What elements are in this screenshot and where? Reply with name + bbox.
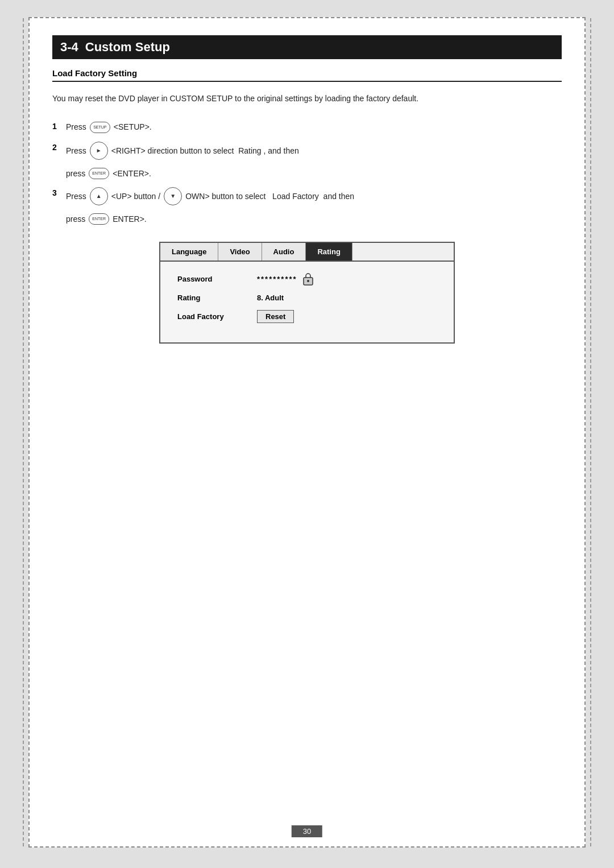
ui-screenshot: Language Video Audio Rating Password ***… (159, 242, 455, 344)
reset-box[interactable]: Reset (257, 310, 294, 323)
step-3-enter-text: ENTER>. (113, 214, 147, 224)
step-1-number: 1 (52, 121, 66, 131)
step-3: 3 Press ▲ <UP> button / ▼ OWN> button to… (52, 187, 562, 205)
intro-text: You may reset the DVD player in CUSTOM S… (52, 92, 562, 105)
step-2-enter-text: <ENTER>. (113, 169, 151, 178)
step-3-up-text: <UP> button / (111, 190, 160, 202)
tab-video[interactable]: Video (218, 243, 262, 261)
step-2-text: <RIGHT> direction button to select Ratin… (111, 144, 299, 157)
load-factory-value: Reset (257, 310, 294, 323)
step-2-indent: press ENTER <ENTER>. (66, 168, 562, 179)
load-factory-label: Load Factory (177, 312, 257, 321)
step-1-content: Press SETUP <SETUP>. (66, 121, 152, 133)
step-2-number: 2 (52, 142, 66, 152)
tab-audio[interactable]: Audio (262, 243, 306, 261)
steps-container: 1 Press SETUP <SETUP>. 2 Press ► <RIGHT>… (52, 121, 562, 224)
right-arrow-icon: ► (90, 142, 108, 160)
section-title: Custom Setup (85, 40, 170, 55)
page-container: 3-4 Custom Setup Load Factory Setting Yo… (28, 17, 586, 848)
password-label: Password (177, 275, 257, 283)
svg-point-1 (307, 280, 309, 282)
enter-button-icon-2: ENTER (89, 213, 109, 225)
step-3-content: Press ▲ <UP> button / ▼ OWN> button to s… (66, 187, 354, 205)
step-3-down-text: OWN> button to select Load Factory and t… (185, 190, 354, 202)
rating-value: 8. Adult (257, 294, 284, 302)
section-number: 3-4 (60, 40, 78, 55)
tabs-row: Language Video Audio Rating (160, 243, 454, 262)
tab-language[interactable]: Language (160, 243, 218, 261)
ui-content: Password ********** Rating 8. Adult (160, 262, 454, 342)
step-1: 1 Press SETUP <SETUP>. (52, 121, 562, 133)
step-1-press: Press (66, 121, 86, 133)
ui-row-password: Password ********** (177, 273, 437, 286)
ui-row-load-factory: Load Factory Reset (177, 310, 437, 323)
step-1-text: <SETUP>. (114, 121, 152, 133)
step-3-indent: press ENTER ENTER>. (66, 213, 562, 225)
rating-label: Rating (177, 294, 257, 302)
step-3-number: 3 (52, 187, 66, 197)
step-2: 2 Press ► <RIGHT> direction button to se… (52, 142, 562, 160)
subsection-title: Load Factory Setting (52, 68, 137, 78)
step-2-press2: press (66, 169, 85, 178)
subsection-header: Load Factory Setting (52, 68, 562, 82)
page-number: 30 (292, 825, 322, 837)
enter-button-icon-1: ENTER (89, 168, 109, 179)
step-3-press2: press (66, 214, 85, 224)
step-2-content: Press ► <RIGHT> direction button to sele… (66, 142, 299, 160)
up-arrow-icon: ▲ (90, 187, 108, 205)
password-value: ********** (257, 273, 313, 286)
step-3-press: Press (66, 190, 86, 202)
tab-rating[interactable]: Rating (306, 243, 352, 261)
down-arrow-icon: ▼ (164, 187, 182, 205)
step-2-press: Press (66, 144, 86, 157)
ui-row-rating: Rating 8. Adult (177, 294, 437, 302)
setup-button-icon: SETUP (90, 122, 110, 133)
password-asterisks: ********** (257, 275, 297, 283)
section-header: 3-4 Custom Setup (52, 35, 562, 59)
lock-icon (303, 273, 313, 286)
